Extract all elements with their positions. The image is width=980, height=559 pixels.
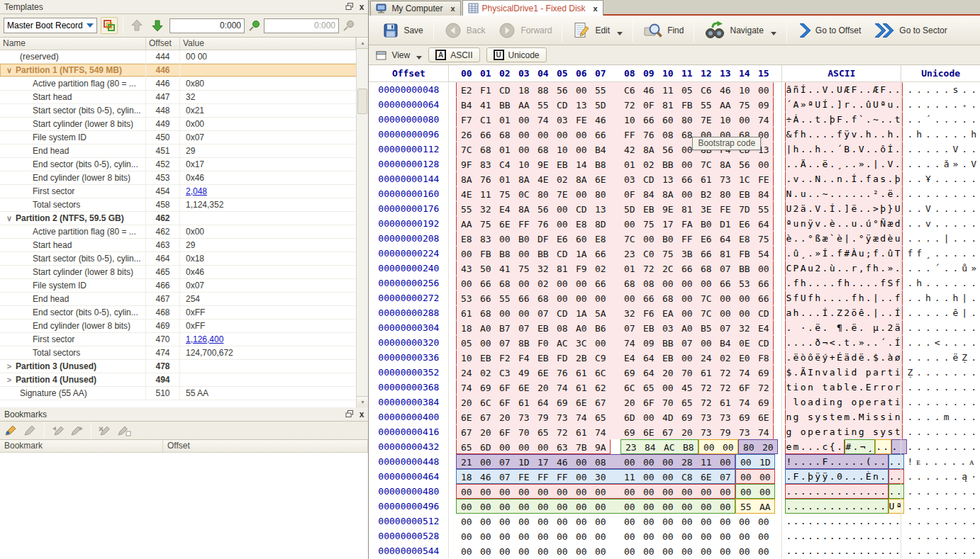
template-row[interactable]: ∨Partition 2 (NTFS, 59.5 GB)462 (0, 212, 368, 225)
hex-byte[interactable]: 03 (610, 172, 639, 186)
hex-byte[interactable]: 13 (572, 98, 591, 111)
hex-byte[interactable]: 68 (476, 306, 495, 320)
hex-byte[interactable]: F8 (754, 351, 773, 364)
hex-byte[interactable]: FF (610, 128, 639, 141)
hex-byte[interactable]: 00 (658, 470, 677, 483)
hex-byte[interactable]: 68 (696, 261, 715, 275)
hex-byte[interactable]: CD (552, 306, 572, 320)
hex-byte[interactable]: B7 (495, 321, 514, 334)
unicode-text[interactable]: ..v..... (901, 216, 980, 231)
hex-byte[interactable]: 7C (696, 157, 715, 171)
ascii-segment-green[interactable]: #.¬¸ (845, 439, 875, 454)
hex-byte[interactable]: 61 (572, 366, 591, 379)
hex-byte[interactable]: 81 (715, 247, 735, 260)
hex-byte[interactable]: 84 (754, 187, 773, 201)
hex-byte[interactable]: 00 (514, 514, 533, 528)
hex-byte[interactable]: 24 (696, 351, 715, 364)
hex-byte[interactable]: BB (533, 247, 552, 260)
view-button[interactable]: View (375, 50, 422, 61)
hex-byte[interactable]: EB (476, 351, 495, 364)
hex-byte[interactable]: 13 (591, 202, 610, 215)
hex-byte[interactable]: E8 (591, 232, 610, 245)
hex-byte[interactable]: 64 (639, 366, 658, 379)
hex-byte[interactable]: 00 (476, 485, 495, 498)
hex-byte[interactable]: 55 (495, 291, 514, 305)
hex-byte[interactable]: 02 (715, 351, 735, 364)
hex-byte[interactable]: CD (552, 98, 572, 111)
hex-byte[interactable]: 00 (476, 544, 495, 558)
hex-byte[interactable]: 00 (457, 529, 476, 543)
hex-byte[interactable]: 61 (572, 380, 591, 394)
hex-byte[interactable]: D1 (715, 217, 735, 230)
hex-byte[interactable]: 70 (514, 425, 533, 439)
hex-byte[interactable]: 20 (495, 410, 514, 424)
hex-byte[interactable]: 00 (715, 291, 735, 305)
hex-byte[interactable]: 00 (658, 499, 677, 513)
hex-byte[interactable]: 00 (696, 529, 715, 543)
hex-byte[interactable]: 55 (591, 83, 610, 96)
hex-byte[interactable]: 00 (736, 455, 755, 468)
hex-byte[interactable]: 10 (457, 351, 476, 364)
hex-byte[interactable]: 14 (572, 157, 591, 171)
hex-byte[interactable]: 00 (658, 544, 677, 558)
hex-byte[interactable]: 00 (533, 499, 552, 513)
tab-my-computer[interactable]: My Computer x (370, 1, 460, 16)
hex-byte[interactable]: 00 (533, 529, 552, 543)
hex-byte[interactable]: AA (715, 98, 735, 111)
hex-byte[interactable]: 1D (514, 455, 533, 468)
unicode-text[interactable]: ......₊. (901, 97, 980, 112)
unicode-text[interactable]: ........ (901, 186, 980, 201)
edit-bookmark-icon[interactable] (23, 424, 38, 436)
hex-byte[interactable]: 69 (476, 380, 495, 394)
hex-byte[interactable]: B4 (457, 98, 476, 111)
hex-byte[interactable]: 6E (639, 425, 658, 439)
hex-byte[interactable]: 68 (533, 291, 552, 305)
navigate-button[interactable]: Navigate (698, 18, 782, 42)
hex-byte[interactable]: 8A (514, 202, 533, 215)
hex-byte[interactable]: 6E (591, 172, 610, 186)
hex-byte[interactable]: 32 (735, 321, 754, 334)
hex-byte[interactable]: 01 (610, 261, 639, 275)
hex-byte[interactable]: 54 (754, 247, 773, 260)
ascii-segment-pink[interactable]: . ·.ë. ¶.ë. µ.2ä (785, 320, 903, 335)
unicode-text[interactable]: ........ (901, 320, 980, 335)
hex-byte[interactable]: 8B (514, 336, 533, 349)
hex-byte[interactable]: 6F (495, 425, 514, 439)
ascii-segment-pink-end[interactable]: em...c{. (785, 439, 845, 454)
hex-byte[interactable]: 69 (610, 366, 639, 379)
hex-byte[interactable]: 6E (754, 410, 773, 424)
hex-byte[interactable]: 00 (658, 485, 677, 498)
hex-byte[interactable]: 80 (591, 187, 610, 201)
hex-byte[interactable]: 3B (677, 247, 696, 260)
hex-byte[interactable]: 00 (591, 529, 610, 543)
hex-byte[interactable]: 00 (476, 336, 495, 349)
hex-byte[interactable]: 4E (533, 172, 552, 186)
hex-byte[interactable]: 00 (514, 247, 533, 260)
hex-byte[interactable]: 20 (457, 395, 476, 409)
goto-sector-button[interactable]: Go to Sector (867, 20, 953, 41)
hex-byte[interactable]: 72 (715, 380, 735, 394)
hex-byte[interactable]: 20 (758, 440, 777, 453)
unicode-text[interactable]: ........ (901, 514, 980, 529)
hex-byte[interactable]: 02 (639, 157, 658, 171)
unicode-text[interactable]: ....ǎ».V (901, 157, 980, 171)
hex-byte[interactable]: 07 (610, 321, 639, 334)
hex-byte[interactable]: 00 (677, 276, 696, 290)
hex-byte[interactable]: FB (677, 98, 696, 111)
hex-byte[interactable]: 6F (735, 380, 754, 394)
delete-bookmark-icon[interactable] (98, 424, 112, 436)
hex-byte[interactable]: 7C (696, 306, 715, 320)
hex-byte[interactable]: A0 (572, 321, 591, 334)
hex-byte[interactable]: 11 (610, 470, 639, 483)
hex-byte[interactable]: 6E (514, 380, 533, 394)
hex-byte[interactable]: 6F (495, 380, 514, 394)
hex-byte[interactable]: 68 (495, 128, 514, 141)
hex-byte[interactable]: 73 (715, 172, 735, 186)
template-row[interactable]: First sector4542,048 (0, 185, 368, 198)
hex-byte[interactable]: 10 (514, 157, 533, 171)
hex-byte[interactable]: 00 (696, 276, 715, 290)
hex-byte[interactable]: 1C (735, 172, 754, 186)
hex-byte[interactable]: 00 (610, 544, 639, 558)
unicode-text[interactable]: ........ (901, 395, 980, 410)
hex-byte[interactable]: 00 (495, 529, 514, 543)
